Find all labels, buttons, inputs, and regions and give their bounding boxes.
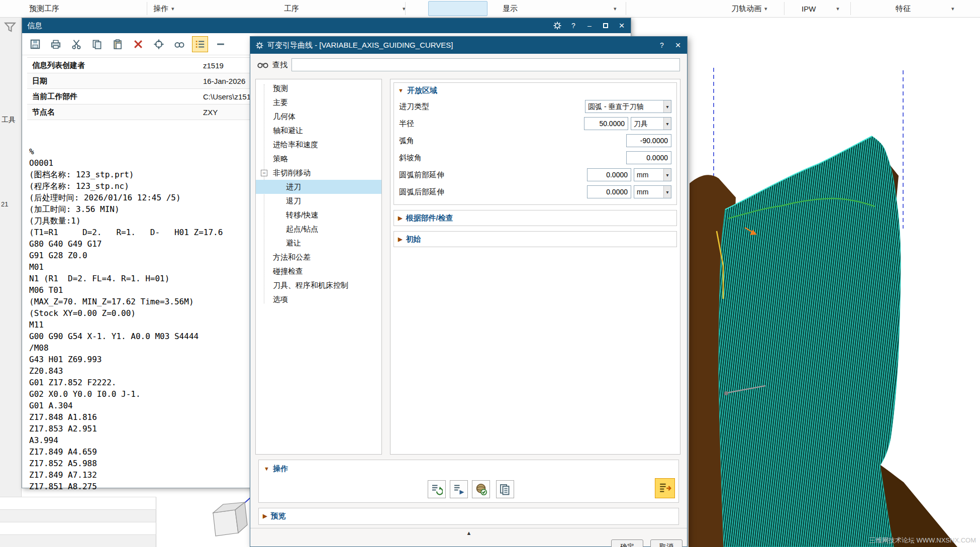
radius-unit-select[interactable]: 刀具 ▾ [631, 117, 671, 130]
graphics-viewport[interactable]: 三维网技术论坛 WWW.NXSNX.COM [688, 18, 980, 547]
ok-button[interactable]: 确定 [611, 539, 643, 547]
tree-item-axis-avoid[interactable]: 轴和避让 [256, 124, 381, 138]
help-icon[interactable]: ? [658, 41, 666, 50]
table-row[interactable] [0, 522, 156, 535]
tool-tab[interactable]: 工具 [2, 116, 21, 125]
section-expanded-icon: ▼ [264, 466, 269, 472]
tree-item-avoidance[interactable]: 避让 [256, 236, 381, 250]
watermark-text: 三维网技术论坛 WWW.NXSNX.COM [869, 536, 976, 545]
ribbon-label: 刀轨动画 [731, 4, 761, 14]
table-row[interactable] [0, 510, 156, 522]
close-icon[interactable]: × [674, 41, 682, 50]
per-part-check-header[interactable]: ▶ 根据部件/检查 [394, 210, 676, 226]
find-input[interactable] [291, 58, 680, 71]
paste-button[interactable] [110, 36, 126, 52]
row-value: C:\Users\z1519 [198, 92, 255, 101]
ribbon-group-ipw[interactable]: IPW ▾ [802, 0, 839, 17]
ribbon-separator [784, 2, 785, 15]
window-title: 信息 [27, 21, 42, 31]
find-button[interactable] [171, 36, 187, 52]
collapse-dialog-button[interactable]: ▲ [449, 530, 489, 536]
tree-item-preview[interactable]: 预测 [256, 81, 381, 95]
engage-type-select[interactable]: 圆弧 - 垂直于刀轴 ▾ [585, 100, 671, 113]
tree-item-geometry[interactable]: 几何体 [256, 110, 381, 124]
section-collapsed-icon: ▶ [398, 215, 402, 222]
tree-item-engage[interactable]: 进刀 [256, 180, 381, 194]
operation-navigator-table [0, 497, 156, 547]
ribbon-group-operation[interactable]: 操作 ▾ [153, 0, 174, 17]
field-label: 进刀类型 [399, 102, 429, 112]
arc-rear-extension-input[interactable] [587, 185, 631, 198]
tree-item-feeds-speeds[interactable]: 进给率和速度 [256, 138, 381, 152]
table-row[interactable] [0, 497, 156, 510]
ribbon-label: 工序 [284, 4, 299, 14]
ramp-angle-input[interactable] [626, 151, 671, 164]
arc-rear-extension-unit-select[interactable]: mm ▾ [634, 185, 671, 198]
tree-item-transfer-rapid[interactable]: 转移/快速 [256, 208, 381, 222]
find-label: 查找 [272, 60, 287, 70]
tree-item-main[interactable]: 主要 [256, 95, 381, 110]
replay-toolpath-button[interactable] [450, 480, 468, 498]
row-label: 信息列表创建者 [27, 61, 198, 70]
arc-front-extension-unit-select[interactable]: mm ▾ [634, 168, 671, 181]
delete-button[interactable] [130, 36, 146, 52]
row-label: 节点名 [27, 107, 198, 117]
refresh-display-button[interactable] [655, 478, 675, 498]
cancel-button[interactable]: 取消 [650, 539, 682, 547]
find-icon [257, 60, 268, 69]
tree-item-tool-program-machine[interactable]: 刀具、程序和机床控制 [256, 278, 381, 292]
arc-front-extension-input[interactable] [587, 168, 631, 181]
cut-button[interactable] [68, 36, 84, 52]
minimize-icon[interactable]: – [585, 21, 594, 30]
filter-funnel-icon[interactable] [4, 21, 17, 34]
table-row[interactable] [0, 535, 156, 547]
field-label: 弧角 [399, 136, 414, 146]
ribbon-bar: 预测工序 操作 ▾ 工序 ▾ 显示 ▾ 刀轨动画 ▾ IPW ▾ 特征 ▾ [0, 0, 980, 18]
chevron-down-icon: ▾ [836, 6, 839, 12]
maximize-icon[interactable] [602, 21, 610, 30]
initial-header[interactable]: ▶ 初始 [394, 232, 676, 247]
tree-item-collision-check[interactable]: 碰撞检查 [256, 264, 381, 278]
partial-tree-label: 21 [1, 200, 8, 208]
tree-item-strategy[interactable]: 策略 [256, 152, 381, 166]
field-label: 圆弧后部延伸 [399, 187, 444, 197]
tree-item-non-cutting[interactable]: − 非切削移动 [256, 166, 381, 180]
actions-header[interactable]: ▼ 操作 [260, 461, 292, 476]
ribbon-group-display[interactable]: 显示 ▾ [503, 0, 617, 17]
help-icon[interactable]: ? [569, 21, 577, 30]
tree-item-retract[interactable]: 退刀 [256, 194, 381, 208]
tree-item-start-drill-points[interactable]: 起点/钻点 [256, 222, 381, 236]
tree-item-options[interactable]: 选项 [256, 292, 381, 306]
gear-icon[interactable] [553, 21, 561, 30]
select-scope-button[interactable] [151, 36, 167, 52]
tree-item-method-tolerance[interactable]: 方法和公差 [256, 250, 381, 264]
ribbon-group-predict-operation[interactable]: 预测工序 [29, 0, 59, 17]
active-ribbon-tab-highlight[interactable] [428, 1, 487, 16]
toolpath-surface[interactable] [719, 136, 901, 547]
row-value: z1519 [198, 61, 224, 70]
gear-icon[interactable] [255, 41, 263, 50]
print-button[interactable] [48, 36, 64, 52]
generate-toolpath-button[interactable] [428, 480, 446, 498]
arc-angle-input[interactable] [626, 134, 671, 147]
save-button[interactable] [27, 36, 43, 52]
collapse-button[interactable] [213, 36, 229, 52]
ribbon-group-toolpath-animation[interactable]: 刀轨动画 ▾ [731, 0, 767, 17]
chevron-down-icon: ▾ [764, 6, 767, 12]
per-part-check-group: ▶ 根据部件/检查 [394, 210, 677, 226]
ribbon-label: 操作 [153, 4, 168, 14]
verify-toolpath-button[interactable] [472, 480, 490, 498]
chevron-down-icon: ▾ [663, 186, 671, 198]
row-label: 当前工作部件 [27, 92, 198, 101]
field-label: 斜坡角 [399, 153, 422, 163]
ribbon-group-process[interactable]: 工序 ▾ [284, 0, 406, 17]
list-output-button[interactable] [496, 480, 514, 498]
open-area-header[interactable]: ▼ 开放区域 [394, 83, 676, 98]
list-display-button[interactable] [192, 36, 208, 52]
copy-button[interactable] [89, 36, 105, 52]
preview-header[interactable]: ▶ 预览 [259, 508, 678, 523]
tree-collapse-icon[interactable]: − [261, 170, 267, 176]
radius-input[interactable] [584, 117, 628, 130]
close-icon[interactable]: × [618, 21, 626, 30]
ribbon-group-feature[interactable]: 特征 ▾ [896, 0, 954, 17]
